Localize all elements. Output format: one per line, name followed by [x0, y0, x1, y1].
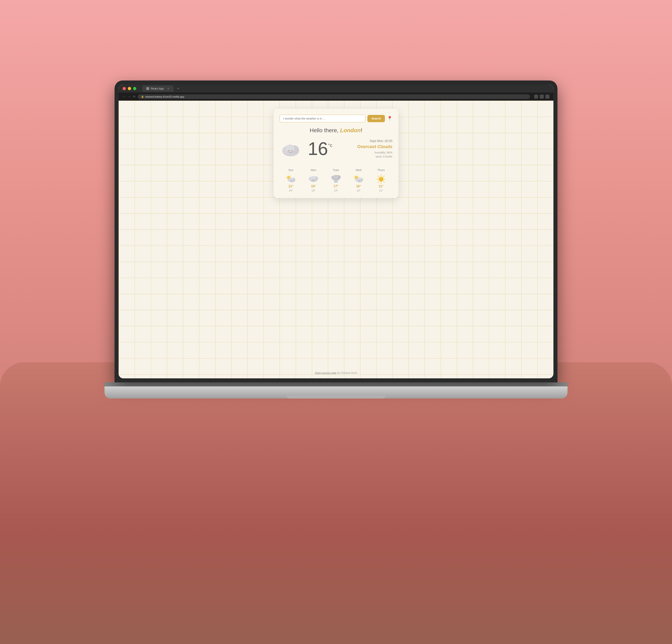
- forecast-low: 14°: [280, 189, 302, 192]
- laptop-screen: React App ✕ + ← → ↻ 🔒 relaxed-leakey-81e…: [115, 81, 557, 382]
- forecast-day-name: Mon: [302, 168, 325, 172]
- forecast-day-name: Tues: [325, 168, 347, 172]
- svg-point-29: [333, 175, 338, 179]
- greeting-city: London: [340, 127, 361, 133]
- close-button[interactable]: [123, 87, 126, 90]
- refresh-button[interactable]: ↻: [133, 95, 135, 98]
- back-button[interactable]: ←: [123, 95, 125, 98]
- minimize-button[interactable]: [128, 87, 131, 90]
- tab-title: React App: [151, 87, 164, 90]
- svg-line-55: [378, 182, 379, 182]
- greeting-prefix: Hello there,: [310, 127, 340, 133]
- greeting: Hello there, London!: [280, 127, 392, 134]
- current-weather: 16 °c Sept Mon 18:00 Overcast Clouds hum…: [280, 139, 392, 158]
- app-footer: Open-source code by Chelsea Hurst: [119, 371, 553, 374]
- current-weather-icon: [280, 140, 304, 158]
- svg-line-52: [378, 176, 379, 177]
- laptop: React App ✕ + ← → ↻ 🔒 relaxed-leakey-81e…: [94, 81, 578, 523]
- svg-line-12: [287, 175, 287, 176]
- svg-point-46: [360, 180, 360, 181]
- forecast-high: 16°: [347, 184, 370, 188]
- temperature-unit: °c: [328, 143, 332, 148]
- forward-button[interactable]: →: [128, 95, 131, 98]
- svg-point-23: [311, 176, 316, 180]
- svg-point-17: [290, 178, 293, 181]
- search-input[interactable]: [280, 115, 365, 122]
- forecast-icon: [331, 174, 341, 183]
- bookmark-icon[interactable]: [534, 95, 538, 99]
- forecast-icon: [286, 174, 296, 183]
- svg-point-5: [291, 150, 292, 151]
- forecast-day-name: Wed: [347, 168, 370, 172]
- svg-point-6: [287, 151, 289, 153]
- search-button[interactable]: Search: [368, 115, 385, 122]
- forecast: Sun 21° 14° Mon 18° 13° Tues: [280, 164, 392, 192]
- svg-point-25: [314, 179, 315, 180]
- svg-line-54: [384, 176, 384, 177]
- svg-line-37: [358, 175, 359, 176]
- forecast-day: Thurs 21° 12°: [370, 168, 392, 192]
- forecast-low: 13°: [325, 189, 347, 192]
- tab-close-icon[interactable]: ✕: [167, 87, 169, 90]
- forecast-high: 18°: [302, 184, 325, 188]
- browser-chrome: React App ✕ + ← → ↻ 🔒 relaxed-leakey-81e…: [119, 85, 553, 101]
- svg-line-34: [336, 182, 337, 183]
- forecast-day: Wed 16° 13°: [347, 168, 370, 192]
- screen-inner: React App ✕ + ← → ↻ 🔒 relaxed-leakey-81e…: [119, 85, 553, 378]
- svg-point-56: [380, 178, 381, 179]
- footer-text: Open-source code by Chelsea Hurst: [315, 371, 357, 374]
- svg-point-45: [358, 180, 359, 181]
- extensions-icon[interactable]: [540, 95, 544, 99]
- footer-attribution: by Chelsea Hurst: [337, 371, 357, 374]
- laptop-hinge: [105, 382, 567, 386]
- svg-point-4: [288, 150, 289, 151]
- svg-line-10: [290, 175, 291, 176]
- browser-titlebar: React App ✕ +: [119, 85, 553, 93]
- forecast-day-name: Sun: [280, 168, 302, 172]
- svg-point-18: [291, 180, 291, 181]
- weather-card: Search 📍 Hello there, London!: [274, 109, 398, 198]
- forecast-low: 12°: [370, 189, 392, 192]
- svg-point-44: [358, 178, 361, 181]
- footer-link[interactable]: Open-source code: [315, 371, 336, 374]
- svg-line-32: [337, 181, 337, 182]
- svg-line-31: [336, 181, 336, 182]
- forecast-icon: [353, 174, 364, 183]
- forecast-day: Mon 18° 13°: [302, 168, 325, 192]
- svg-line-33: [335, 182, 335, 183]
- tab-favicon: [146, 87, 149, 90]
- forecast-day: Tues 17° 13°: [325, 168, 347, 192]
- laptop-base: [105, 386, 567, 399]
- forecast-day: Sun 21° 14°: [280, 168, 302, 192]
- forecast-day-name: Thurs: [370, 168, 392, 172]
- svg-point-47: [379, 177, 384, 182]
- menu-icon[interactable]: [545, 95, 549, 99]
- svg-line-53: [384, 182, 384, 182]
- search-bar: Search 📍: [280, 115, 392, 122]
- weather-condition: Overcast Clouds: [357, 144, 392, 149]
- forecast-icon: [376, 174, 386, 183]
- url-text: relaxed-leakey-81ee25.netlify.app: [145, 95, 184, 98]
- svg-line-39: [354, 175, 355, 176]
- lock-icon: 🔒: [141, 95, 144, 98]
- maximize-button[interactable]: [133, 87, 136, 90]
- svg-point-24: [312, 179, 313, 180]
- browser-actions: [534, 95, 549, 99]
- weather-date: Sept Mon 18:00: [357, 139, 392, 143]
- url-bar[interactable]: 🔒 relaxed-leakey-81ee25.netlify.app: [138, 94, 530, 99]
- temperature-display: 16 °c: [308, 140, 332, 158]
- temperature-value: 16: [308, 140, 328, 158]
- forecast-low: 13°: [347, 189, 370, 192]
- forecast-low: 13°: [302, 189, 325, 192]
- app-content: Search 📍 Hello there, London!: [119, 101, 553, 378]
- address-bar: ← → ↻ 🔒 relaxed-leakey-81ee25.netlify.ap…: [119, 93, 553, 101]
- new-tab-button[interactable]: +: [177, 86, 179, 91]
- weather-details: Sept Mon 18:00 Overcast Clouds humidity:…: [357, 139, 392, 158]
- browser-tab[interactable]: React App ✕: [142, 85, 173, 92]
- weather-humidity: humidity: 84%: [357, 151, 392, 154]
- svg-line-30: [334, 181, 335, 182]
- forecast-icon: [308, 174, 319, 183]
- forecast-high: 21°: [370, 184, 392, 188]
- location-icon[interactable]: 📍: [387, 116, 392, 121]
- greeting-suffix: !: [361, 127, 362, 133]
